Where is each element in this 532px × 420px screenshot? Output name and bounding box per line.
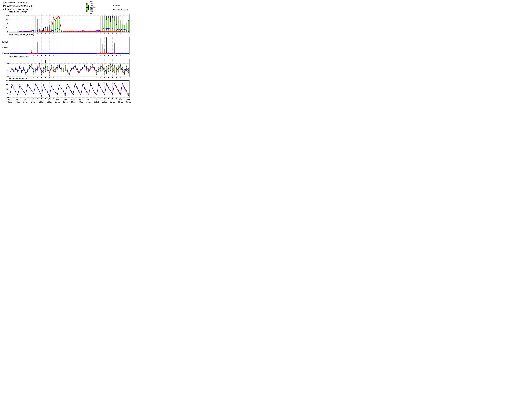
svg-text:04Feb: 04Feb	[118, 101, 123, 103]
svg-text:0: 0	[7, 76, 8, 77]
svg-text:100: 100	[5, 15, 8, 16]
svg-text:0.0005: 0.0005	[2, 47, 8, 49]
svg-text:00Z: 00Z	[119, 99, 122, 101]
svg-text:26Jan: 26Jan	[47, 101, 52, 103]
legend-label-median: median	[90, 6, 95, 8]
svg-text:2: 2	[7, 69, 8, 71]
svg-text:00Z: 00Z	[48, 99, 51, 101]
panel-title-precip: Total precipitation (mm/6h)	[9, 34, 34, 36]
legend-label-90: 90%	[90, 2, 93, 4]
page-location: Magway 20.15°N 94.95°E	[3, 5, 32, 7]
svg-text:00Z: 00Z	[40, 99, 43, 101]
svg-text:02Feb: 02Feb	[102, 101, 107, 103]
control-legend-line	[107, 6, 112, 6]
svg-text:35: 35	[6, 80, 8, 82]
svg-text:24Jan: 24Jan	[31, 101, 36, 103]
control-legend-label: Control	[113, 5, 120, 7]
meteogram-page: 02550751000.00000.00050.0010024152025303…	[0, 0, 133, 105]
svg-text:28Jan: 28Jan	[63, 101, 68, 103]
svg-text:0.0000: 0.0000	[2, 53, 8, 54]
svg-text:0.0010: 0.0010	[2, 41, 8, 43]
svg-text:23Jan: 23Jan	[23, 101, 28, 103]
svg-text:0: 0	[7, 31, 8, 33]
legend-label-25: 25%	[90, 8, 93, 10]
svg-text:50: 50	[6, 23, 8, 25]
svg-text:00Z: 00Z	[79, 99, 83, 101]
ensemble-legend-label: Ensemble Mean	[113, 9, 128, 11]
svg-text:22Jan: 22Jan	[15, 101, 20, 103]
svg-text:15: 15	[6, 97, 8, 98]
svg-text:29Jan: 29Jan	[71, 101, 75, 103]
svg-text:27Jan: 27Jan	[55, 101, 60, 103]
svg-text:00Z: 00Z	[111, 99, 114, 101]
svg-text:00Z: 00Z	[71, 99, 75, 101]
svg-text:00Z: 00Z	[87, 99, 90, 101]
legend-label-min: min	[90, 12, 93, 14]
svg-text:05Feb: 05Feb	[126, 101, 131, 103]
svg-text:21Jan: 21Jan	[8, 101, 12, 103]
page-initime: Initime: 20260121 00UTC	[3, 8, 32, 11]
svg-text:00Z: 00Z	[63, 99, 67, 101]
svg-text:4: 4	[7, 62, 8, 64]
boxplot-legend-glyph	[85, 1, 90, 15]
svg-text:00Z: 00Z	[127, 99, 130, 101]
panel-title-wind: 10m wind speed (m/s)	[9, 56, 30, 58]
legend-label-max: max	[90, 1, 93, 2]
svg-text:25Jan: 25Jan	[39, 101, 44, 103]
svg-text:30Jan: 30Jan	[79, 101, 83, 103]
svg-text:31Jan: 31Jan	[87, 101, 91, 103]
ensemble-legend-line	[107, 10, 112, 10]
boxplot-legend: max 90% 75% median 25% 10% min	[85, 1, 110, 15]
svg-text:20: 20	[6, 92, 8, 94]
svg-text:00Z: 00Z	[32, 99, 35, 101]
svg-text:00Z: 00Z	[24, 99, 28, 101]
legend-label-75: 75%	[90, 4, 93, 6]
svg-text:00Z: 00Z	[16, 99, 20, 101]
legend-label-10: 10%	[90, 10, 93, 12]
svg-text:00Z: 00Z	[103, 99, 106, 101]
panel-title-temp: 2m temperature (°C)	[9, 77, 28, 79]
svg-text:25: 25	[6, 88, 8, 90]
svg-text:00Z: 00Z	[56, 99, 59, 101]
svg-text:01Feb: 01Feb	[94, 101, 99, 103]
meteogram-canvas: 02550751000.00000.00050.0010024152025303…	[0, 0, 133, 105]
svg-text:25: 25	[6, 27, 8, 29]
svg-text:75: 75	[6, 19, 8, 21]
svg-text:30: 30	[6, 84, 8, 86]
svg-text:00Z: 00Z	[95, 99, 98, 101]
svg-text:00Z: 00Z	[8, 99, 12, 101]
svg-text:03Feb: 03Feb	[110, 101, 115, 103]
page-title: CMA-GEPS meteogram	[3, 1, 29, 4]
panel-title-cloud: Total cloud cover (%)	[9, 11, 28, 13]
